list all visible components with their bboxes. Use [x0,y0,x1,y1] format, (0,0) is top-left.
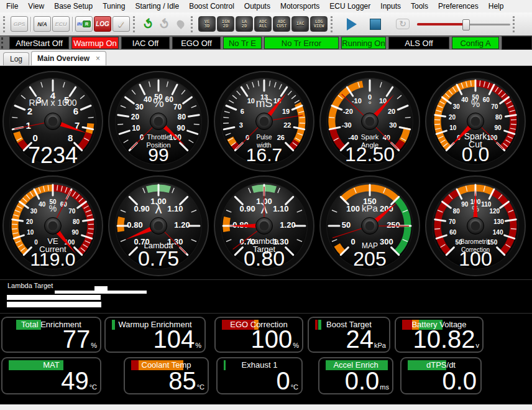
panel-total-enrichment[interactable]: Total Enrichment77% [1,317,101,353]
slider-fill [417,23,466,26]
gauge-rpm[interactable]: 012345678RPM x 10007234 [2,70,104,172]
panel-boost-target[interactable]: Boost Target24kPa [308,317,390,353]
panel-ego-correction[interactable]: EGO Correction100% [214,317,303,353]
menu-item-outputs[interactable]: Outputs [239,1,275,12]
legend-bar [7,295,101,300]
log-view-button[interactable]: LOGVIEW [310,16,328,32]
svg-text:-40: -40 [348,134,358,141]
gauge-ve-current[interactable]: 0102030405060708090100%VECurrent119.0 [2,175,104,277]
svg-text:1.20: 1.20 [174,220,190,230]
svg-text:1.10: 1.10 [273,204,288,213]
toolbar-drag-handle[interactable] [191,16,195,32]
reload-gray-arrow-icon[interactable]: ↺ [156,16,172,32]
svg-text:30: 30 [30,208,38,215]
tab-log[interactable]: Log [3,52,29,65]
gauge-spark-cut[interactable]: 0102030405060708090100%SparkCut0.0 [424,70,526,172]
panel-mat[interactable]: MAT49°C [1,357,101,394]
slider-thumb[interactable] [462,19,470,30]
menu-item-base-setup[interactable]: Base Setup [49,1,98,12]
panel-battery-voltage[interactable]: Battery Voltage10.82v [395,317,484,353]
svg-text:-10: -10 [352,97,362,105]
gauge-pulse-width[interactable]: 036101316192226mSPulsewidth16.7 [213,70,315,172]
toolbar-drag-handle[interactable] [331,16,335,32]
tab-main-overview[interactable]: Main Overview × [31,51,106,65]
burn-flame-icon[interactable] [172,16,188,32]
la-2d-button[interactable]: LA2D [236,16,253,32]
menu-item-file[interactable]: File [1,1,23,12]
svg-text:Throttle: Throttle [147,133,170,141]
menu-item-boost-control[interactable]: Boost Control [184,1,239,12]
panel-value: 24kPa [346,327,386,352]
gauge-lambda[interactable]: 0.700.800.901.001.101.201.30λLambda0.75 [108,175,209,277]
status-indicator-iac-off[interactable]: IAC Off [121,37,170,49]
svg-text:20: 20 [26,218,34,225]
loop-icon[interactable]: ↻ [395,16,411,32]
svg-text:80: 80 [495,114,503,121]
statusbar-drag-handle[interactable] [1,37,6,49]
svg-text:0: 0 [34,239,38,246]
ve-3d-button[interactable]: VE3D [198,16,216,32]
gauge-lambda-target[interactable]: 0.700.800.901.001.101.201.30λLambdaTarge… [213,175,315,277]
tab-bar: Log Main Overview × [0,50,532,66]
menu-item-inputs[interactable]: Inputs [375,1,406,12]
status-indicator-ego-off[interactable]: EGO Off [172,37,221,49]
panel-value: 0.0ms [345,368,389,393]
panel-coolant-temp[interactable]: Coolant Temp85°C [124,357,209,394]
svg-text:40: 40 [39,201,46,208]
menu-item-help[interactable]: Help [484,1,509,12]
confirm-button[interactable]: ✓ [112,16,130,32]
panel-dtps-dt[interactable]: dTPS/dt0.0 [400,357,482,394]
svg-text:90: 90 [72,229,80,236]
gauge-barometric-correction[interactable]: 5060708090100110120130140150%BarometricC… [424,175,526,277]
menu-item-preferences[interactable]: Preferences [433,1,484,12]
svg-text:20: 20 [131,113,140,121]
adc-all-button[interactable]: ADCALL [254,16,272,32]
svg-text:19: 19 [282,108,290,115]
gauge-spark-angle[interactable]: -40-30-20-10010203040°SparkAngle12.50 [319,70,421,172]
toolbar-drag-handle[interactable] [3,16,7,32]
playback-slider[interactable] [417,19,510,30]
status-indicator-running-on[interactable]: Running On [341,37,386,49]
panel-value: 85°C [168,368,204,393]
toolbar-drag-handle[interactable] [513,16,517,32]
panel-accel-enrich[interactable]: Accel Enrich0.0ms [318,357,393,394]
ign-2d-button[interactable]: IGN2D [217,16,234,32]
stop-button[interactable] [367,16,383,32]
play-button[interactable] [344,16,360,32]
svg-text:80: 80 [178,113,186,121]
menu-item-tuning[interactable]: Tuning [98,1,130,12]
status-indicator-no-tr-e[interactable]: No Tr E [223,37,262,49]
adc-cust-button[interactable]: ADCCUST [273,16,290,32]
iac-button[interactable]: IAC [291,16,309,32]
status-indicator-no-tr-error[interactable]: No Tr Error [264,37,339,49]
menu-item-motorsports[interactable]: Motorsports [275,1,324,12]
svg-text:26: 26 [277,134,285,141]
na-button[interactable]: N/A [34,16,51,32]
reload-green-arrow-icon[interactable]: ↺ [140,16,156,32]
svg-text:λ: λ [155,201,162,217]
panel-exhaust-1[interactable]: Exhaust 10°C [216,357,303,394]
menu-item-view[interactable]: View [23,1,49,12]
status-indicator-warmup-on[interactable]: Warmup On [71,37,119,49]
datalog-in-r-button[interactable]: INR [75,16,93,32]
svg-text:100: 100 [459,248,492,270]
tab-close-icon[interactable]: × [96,54,100,63]
gauge-throttle-position[interactable]: 0102030405060708090100%ThrottlePosition9… [108,70,209,172]
menu-item-ecu-logger[interactable]: ECU Logger [324,1,375,12]
ecu-button[interactable]: ECU [52,16,70,32]
toolbar-drag-handle[interactable] [133,16,137,32]
status-indicator-als-off[interactable]: ALS Off [388,37,449,49]
svg-text:°: ° [368,100,371,109]
status-indicator-config-a[interactable]: Config A [452,37,499,49]
gauge-row-1: 012345678RPM x 1000723401020304050607080… [0,66,532,172]
gauge-map[interactable]: 050100150200250300kPaMAP205 [319,175,421,277]
menu-item-tools[interactable]: Tools [406,1,433,12]
log-button[interactable]: LOG [94,16,111,32]
legend-bar [55,291,147,294]
status-indicator-afterstart-off[interactable]: AfterStart Off [9,37,69,49]
panel-warmup-enrichment[interactable]: Warmup Enrichment104% [104,317,206,353]
svg-text:8: 8 [68,133,73,143]
menu-item-starting-idle[interactable]: Starting / Idle [130,1,184,12]
svg-text:0.80: 0.80 [244,246,285,270]
gps-button[interactable]: GPS [11,16,28,32]
